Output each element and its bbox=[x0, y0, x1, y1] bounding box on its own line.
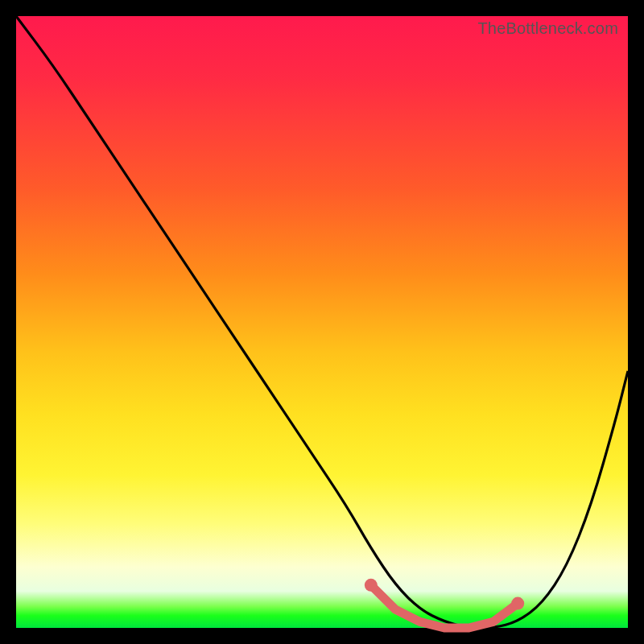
bottleneck-curve bbox=[16, 16, 628, 628]
highlight-end-dot bbox=[511, 597, 524, 610]
chart-frame: TheBottleneck.com bbox=[0, 0, 644, 644]
curve-layer bbox=[16, 16, 628, 628]
highlight-end-dot bbox=[365, 579, 378, 592]
plot-area: TheBottleneck.com bbox=[16, 16, 628, 628]
